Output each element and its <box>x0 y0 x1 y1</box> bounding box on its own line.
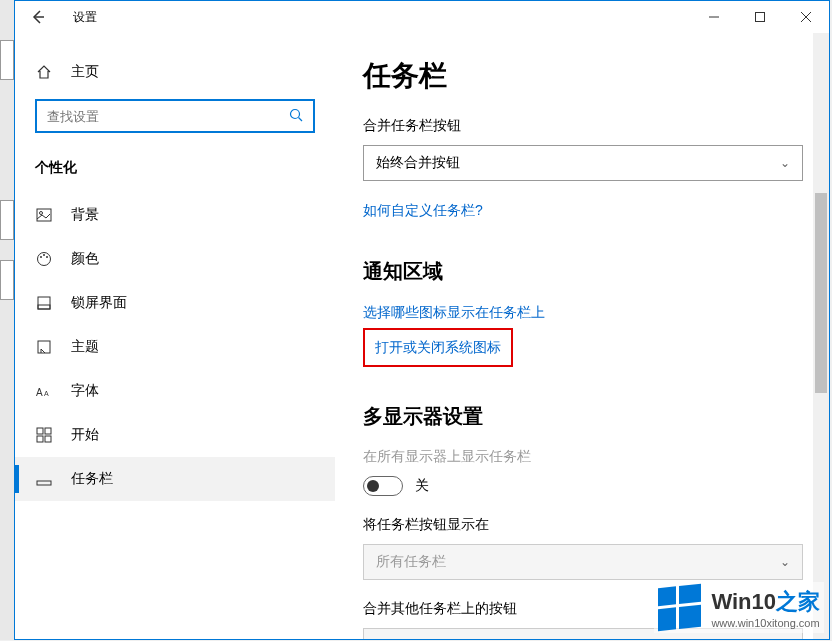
sidebar-item-label: 任务栏 <box>71 470 113 488</box>
sidebar-item-background[interactable]: 背景 <box>15 193 335 237</box>
watermark-text: Win10之家 www.win10xitong.com <box>711 587 820 629</box>
sidebar: 主页 个性化 背景 颜色 锁屏界面 <box>15 33 335 639</box>
multimonitor-toggle[interactable] <box>363 476 403 496</box>
combine-label: 合并任务栏按钮 <box>363 117 789 135</box>
search-icon <box>289 108 303 125</box>
home-label: 主页 <box>71 63 99 81</box>
svg-text:A: A <box>44 390 49 397</box>
sidebar-item-label: 主题 <box>71 338 99 356</box>
bg-fragment <box>0 40 14 80</box>
taskbar-icon <box>35 470 53 488</box>
svg-point-9 <box>40 256 42 258</box>
svg-rect-21 <box>37 481 51 485</box>
left-desktop-edge <box>0 0 14 640</box>
maximize-button[interactable] <box>737 1 783 33</box>
chevron-down-icon: ⌄ <box>780 156 790 170</box>
sidebar-item-start[interactable]: 开始 <box>15 413 335 457</box>
search-container <box>15 91 335 151</box>
watermark-suffix: 之家 <box>776 589 820 614</box>
svg-point-10 <box>43 254 45 256</box>
svg-rect-19 <box>37 436 43 442</box>
svg-rect-12 <box>38 297 50 309</box>
toggle-knob <box>367 480 379 492</box>
content-area: 主页 个性化 背景 颜色 锁屏界面 <box>15 33 829 639</box>
dropdown-value: 始终合并按钮 <box>376 638 460 640</box>
window-title: 设置 <box>73 9 97 26</box>
watermark-url: www.win10xitong.com <box>711 617 820 629</box>
svg-point-7 <box>40 212 43 215</box>
sidebar-item-label: 锁屏界面 <box>71 294 127 312</box>
customize-taskbar-link[interactable]: 如何自定义任务栏? <box>363 202 483 220</box>
search-input[interactable] <box>47 109 289 124</box>
svg-rect-13 <box>38 305 50 309</box>
page-title: 任务栏 <box>363 57 789 95</box>
settings-window: 设置 主页 个性化 背景 <box>14 0 830 640</box>
watermark-brand: Win10 <box>711 589 776 614</box>
minimize-button[interactable] <box>691 1 737 33</box>
svg-rect-18 <box>45 428 51 434</box>
toggle-state-label: 关 <box>415 477 429 495</box>
svg-point-4 <box>291 109 300 118</box>
multimonitor-label: 在所有显示器上显示任务栏 <box>363 448 789 466</box>
maximize-icon <box>755 12 765 22</box>
system-icons-link[interactable]: 打开或关闭系统图标 <box>375 339 501 357</box>
home-link[interactable]: 主页 <box>15 53 335 91</box>
sidebar-item-label: 开始 <box>71 426 99 444</box>
sidebar-item-themes[interactable]: 主题 <box>15 325 335 369</box>
combine-dropdown[interactable]: 始终合并按钮 ⌄ <box>363 145 803 181</box>
sidebar-item-lockscreen[interactable]: 锁屏界面 <box>15 281 335 325</box>
svg-rect-14 <box>38 341 50 353</box>
watermark: Win10之家 www.win10xitong.com <box>654 582 824 633</box>
svg-rect-20 <box>45 436 51 442</box>
windows-logo-icon <box>658 584 701 632</box>
svg-rect-1 <box>756 13 765 22</box>
sidebar-item-colors[interactable]: 颜色 <box>15 237 335 281</box>
home-icon <box>35 63 53 81</box>
chevron-down-icon: ⌄ <box>780 555 790 569</box>
sidebar-item-label: 颜色 <box>71 250 99 268</box>
close-icon <box>801 12 811 22</box>
select-icons-link[interactable]: 选择哪些图标显示在任务栏上 <box>363 304 545 322</box>
picture-icon <box>35 206 53 224</box>
category-header: 个性化 <box>15 151 335 193</box>
search-box[interactable] <box>35 99 315 133</box>
svg-rect-17 <box>37 428 43 434</box>
dropdown-value: 所有任务栏 <box>376 553 446 571</box>
sidebar-item-taskbar[interactable]: 任务栏 <box>15 457 335 501</box>
titlebar: 设置 <box>15 1 829 33</box>
start-icon <box>35 426 53 444</box>
multimonitor-section-header: 多显示器设置 <box>363 403 789 430</box>
palette-icon <box>35 250 53 268</box>
lockscreen-icon <box>35 294 53 312</box>
show-buttons-label: 将任务栏按钮显示在 <box>363 516 789 534</box>
show-buttons-dropdown: 所有任务栏 ⌄ <box>363 544 803 580</box>
arrow-left-icon <box>30 9 46 25</box>
sidebar-item-fonts[interactable]: AA 字体 <box>15 369 335 413</box>
highlight-annotation: 打开或关闭系统图标 <box>363 328 513 367</box>
window-controls <box>691 1 829 33</box>
notification-section-header: 通知区域 <box>363 258 789 285</box>
dropdown-value: 始终合并按钮 <box>376 154 460 172</box>
multimonitor-toggle-row: 关 <box>363 476 789 496</box>
bg-fragment <box>0 200 14 240</box>
bg-fragment <box>0 260 14 300</box>
scroll-thumb[interactable] <box>815 193 827 393</box>
theme-icon <box>35 338 53 356</box>
scrollbar[interactable] <box>813 33 829 639</box>
font-icon: AA <box>35 382 53 400</box>
back-button[interactable] <box>23 2 53 32</box>
svg-line-5 <box>299 117 303 121</box>
svg-text:A: A <box>36 387 43 398</box>
minimize-icon <box>709 12 719 22</box>
close-button[interactable] <box>783 1 829 33</box>
sidebar-item-label: 字体 <box>71 382 99 400</box>
main-panel: 任务栏 合并任务栏按钮 始终合并按钮 ⌄ 如何自定义任务栏? 通知区域 选择哪些… <box>335 33 829 639</box>
svg-point-11 <box>46 256 48 258</box>
sidebar-item-label: 背景 <box>71 206 99 224</box>
